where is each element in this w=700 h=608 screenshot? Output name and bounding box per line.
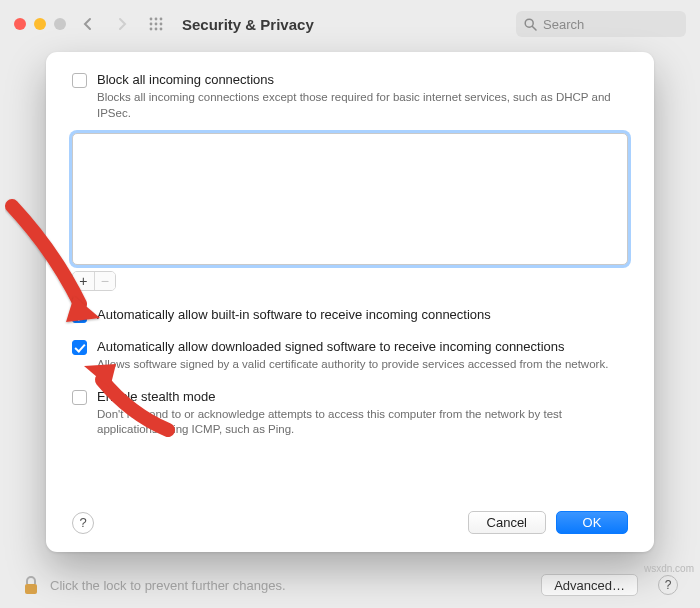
help-button[interactable]: ? xyxy=(658,575,678,595)
svg-point-3 xyxy=(150,23,153,26)
preferences-window: Security & Privacy Search Click the lock… xyxy=(0,0,700,608)
svg-point-8 xyxy=(160,28,163,31)
svg-rect-11 xyxy=(25,584,37,594)
svg-point-4 xyxy=(155,23,158,26)
titlebar: Security & Privacy Search xyxy=(0,0,700,48)
svg-line-10 xyxy=(532,26,536,30)
auto-downloaded-desc: Allows software signed by a valid certif… xyxy=(97,357,628,373)
block-all-checkbox[interactable] xyxy=(72,73,87,88)
auto-builtin-checkbox[interactable] xyxy=(72,308,87,323)
remove-app-button[interactable]: − xyxy=(94,272,116,290)
close-window-button[interactable] xyxy=(14,18,26,30)
firewall-options-sheet: Block all incoming connections Blocks al… xyxy=(46,52,654,552)
zoom-window-button[interactable] xyxy=(54,18,66,30)
stealth-row: Enable stealth mode Don't respond to or … xyxy=(72,389,628,438)
watermark: wsxdn.com xyxy=(644,563,694,574)
applications-list[interactable] xyxy=(72,133,628,265)
cancel-button[interactable]: Cancel xyxy=(468,511,546,534)
minimize-window-button[interactable] xyxy=(34,18,46,30)
auto-downloaded-row: Automatically allow downloaded signed so… xyxy=(72,339,628,373)
auto-builtin-label: Automatically allow built-in software to… xyxy=(97,307,628,322)
window-title: Security & Privacy xyxy=(182,16,314,33)
svg-point-0 xyxy=(150,18,153,21)
svg-point-2 xyxy=(160,18,163,21)
stealth-checkbox[interactable] xyxy=(72,390,87,405)
lock-icon[interactable] xyxy=(22,574,40,596)
svg-point-1 xyxy=(155,18,158,21)
show-all-button[interactable] xyxy=(144,12,168,36)
sheet-help-button[interactable]: ? xyxy=(72,512,94,534)
back-button[interactable] xyxy=(76,12,100,36)
pane-footer: Click the lock to prevent further change… xyxy=(0,562,700,608)
stealth-label: Enable stealth mode xyxy=(97,389,628,404)
svg-point-7 xyxy=(155,28,158,31)
forward-button[interactable] xyxy=(110,12,134,36)
auto-downloaded-checkbox[interactable] xyxy=(72,340,87,355)
search-icon xyxy=(524,18,537,31)
ok-button[interactable]: OK xyxy=(556,511,628,534)
lock-text: Click the lock to prevent further change… xyxy=(50,578,286,593)
svg-point-6 xyxy=(150,28,153,31)
search-field[interactable]: Search xyxy=(516,11,686,37)
add-remove-controls: + − xyxy=(72,271,116,291)
sheet-footer: ? Cancel OK xyxy=(72,511,628,534)
advanced-button[interactable]: Advanced… xyxy=(541,574,638,596)
window-controls xyxy=(14,18,66,30)
auto-downloaded-label: Automatically allow downloaded signed so… xyxy=(97,339,628,354)
block-all-desc: Blocks all incoming connections except t… xyxy=(97,90,628,121)
svg-point-5 xyxy=(160,23,163,26)
stealth-desc: Don't respond to or acknowledge attempts… xyxy=(97,407,628,438)
search-placeholder: Search xyxy=(543,17,584,32)
auto-builtin-row: Automatically allow built-in software to… xyxy=(72,307,628,323)
add-app-button[interactable]: + xyxy=(73,272,94,290)
block-all-row: Block all incoming connections Blocks al… xyxy=(72,72,628,121)
block-all-label: Block all incoming connections xyxy=(97,72,628,87)
